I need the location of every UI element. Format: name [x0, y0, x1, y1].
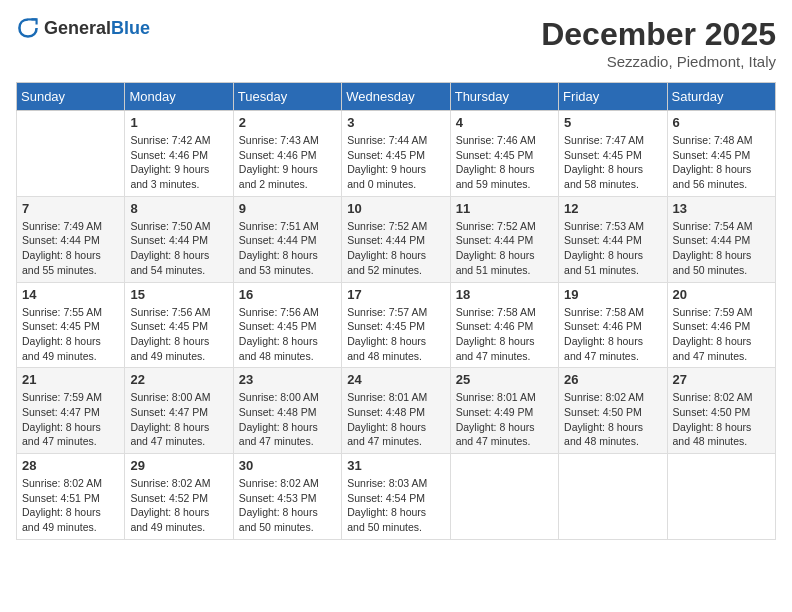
calendar-body: 1Sunrise: 7:42 AMSunset: 4:46 PMDaylight…: [17, 111, 776, 540]
calendar-cell: 27Sunrise: 8:02 AMSunset: 4:50 PMDayligh…: [667, 368, 775, 454]
calendar-cell: 23Sunrise: 8:00 AMSunset: 4:48 PMDayligh…: [233, 368, 341, 454]
calendar-week-row: 1Sunrise: 7:42 AMSunset: 4:46 PMDaylight…: [17, 111, 776, 197]
day-of-week-header: Friday: [559, 83, 667, 111]
day-number: 23: [239, 372, 336, 387]
calendar-cell: 4Sunrise: 7:46 AMSunset: 4:45 PMDaylight…: [450, 111, 558, 197]
day-number: 17: [347, 287, 444, 302]
logo-blue-text: Blue: [111, 18, 150, 38]
day-number: 6: [673, 115, 770, 130]
day-number: 13: [673, 201, 770, 216]
page-header: GeneralBlue December 2025 Sezzadio, Pied…: [16, 16, 776, 70]
title-block: December 2025 Sezzadio, Piedmont, Italy: [541, 16, 776, 70]
day-number: 5: [564, 115, 661, 130]
calendar-cell: 22Sunrise: 8:00 AMSunset: 4:47 PMDayligh…: [125, 368, 233, 454]
day-detail: Sunrise: 7:50 AMSunset: 4:44 PMDaylight:…: [130, 219, 227, 278]
calendar-cell: 26Sunrise: 8:02 AMSunset: 4:50 PMDayligh…: [559, 368, 667, 454]
logo-icon: [16, 16, 40, 40]
day-number: 15: [130, 287, 227, 302]
calendar-cell: 5Sunrise: 7:47 AMSunset: 4:45 PMDaylight…: [559, 111, 667, 197]
day-number: 24: [347, 372, 444, 387]
day-number: 8: [130, 201, 227, 216]
day-detail: Sunrise: 7:46 AMSunset: 4:45 PMDaylight:…: [456, 133, 553, 192]
day-detail: Sunrise: 7:52 AMSunset: 4:44 PMDaylight:…: [347, 219, 444, 278]
day-detail: Sunrise: 7:56 AMSunset: 4:45 PMDaylight:…: [130, 305, 227, 364]
calendar-cell: 2Sunrise: 7:43 AMSunset: 4:46 PMDaylight…: [233, 111, 341, 197]
calendar-cell: 25Sunrise: 8:01 AMSunset: 4:49 PMDayligh…: [450, 368, 558, 454]
day-of-week-header: Thursday: [450, 83, 558, 111]
calendar-table: SundayMondayTuesdayWednesdayThursdayFrid…: [16, 82, 776, 540]
calendar-cell: 30Sunrise: 8:02 AMSunset: 4:53 PMDayligh…: [233, 454, 341, 540]
day-number: 12: [564, 201, 661, 216]
day-detail: Sunrise: 7:52 AMSunset: 4:44 PMDaylight:…: [456, 219, 553, 278]
day-detail: Sunrise: 7:53 AMSunset: 4:44 PMDaylight:…: [564, 219, 661, 278]
location-text: Sezzadio, Piedmont, Italy: [541, 53, 776, 70]
day-detail: Sunrise: 8:02 AMSunset: 4:51 PMDaylight:…: [22, 476, 119, 535]
calendar-week-row: 28Sunrise: 8:02 AMSunset: 4:51 PMDayligh…: [17, 454, 776, 540]
day-detail: Sunrise: 7:59 AMSunset: 4:46 PMDaylight:…: [673, 305, 770, 364]
day-detail: Sunrise: 7:59 AMSunset: 4:47 PMDaylight:…: [22, 390, 119, 449]
day-of-week-header: Sunday: [17, 83, 125, 111]
calendar-cell: 6Sunrise: 7:48 AMSunset: 4:45 PMDaylight…: [667, 111, 775, 197]
calendar-cell: 15Sunrise: 7:56 AMSunset: 4:45 PMDayligh…: [125, 282, 233, 368]
day-number: 27: [673, 372, 770, 387]
calendar-cell: 8Sunrise: 7:50 AMSunset: 4:44 PMDaylight…: [125, 196, 233, 282]
calendar-week-row: 21Sunrise: 7:59 AMSunset: 4:47 PMDayligh…: [17, 368, 776, 454]
day-number: 31: [347, 458, 444, 473]
calendar-week-row: 14Sunrise: 7:55 AMSunset: 4:45 PMDayligh…: [17, 282, 776, 368]
day-number: 2: [239, 115, 336, 130]
day-detail: Sunrise: 7:48 AMSunset: 4:45 PMDaylight:…: [673, 133, 770, 192]
day-number: 7: [22, 201, 119, 216]
day-number: 14: [22, 287, 119, 302]
day-of-week-header: Saturday: [667, 83, 775, 111]
day-detail: Sunrise: 7:54 AMSunset: 4:44 PMDaylight:…: [673, 219, 770, 278]
day-number: 28: [22, 458, 119, 473]
calendar-cell: 20Sunrise: 7:59 AMSunset: 4:46 PMDayligh…: [667, 282, 775, 368]
day-detail: Sunrise: 7:58 AMSunset: 4:46 PMDaylight:…: [456, 305, 553, 364]
day-detail: Sunrise: 8:00 AMSunset: 4:48 PMDaylight:…: [239, 390, 336, 449]
day-detail: Sunrise: 8:00 AMSunset: 4:47 PMDaylight:…: [130, 390, 227, 449]
calendar-cell: 16Sunrise: 7:56 AMSunset: 4:45 PMDayligh…: [233, 282, 341, 368]
logo: GeneralBlue: [16, 16, 150, 40]
logo-general-text: General: [44, 18, 111, 38]
day-number: 19: [564, 287, 661, 302]
calendar-cell: 1Sunrise: 7:42 AMSunset: 4:46 PMDaylight…: [125, 111, 233, 197]
calendar-cell: 28Sunrise: 8:02 AMSunset: 4:51 PMDayligh…: [17, 454, 125, 540]
calendar-cell: 12Sunrise: 7:53 AMSunset: 4:44 PMDayligh…: [559, 196, 667, 282]
calendar-cell: 14Sunrise: 7:55 AMSunset: 4:45 PMDayligh…: [17, 282, 125, 368]
day-detail: Sunrise: 8:02 AMSunset: 4:52 PMDaylight:…: [130, 476, 227, 535]
day-of-week-header: Wednesday: [342, 83, 450, 111]
day-detail: Sunrise: 7:58 AMSunset: 4:46 PMDaylight:…: [564, 305, 661, 364]
day-detail: Sunrise: 7:57 AMSunset: 4:45 PMDaylight:…: [347, 305, 444, 364]
day-number: 21: [22, 372, 119, 387]
calendar-cell: 7Sunrise: 7:49 AMSunset: 4:44 PMDaylight…: [17, 196, 125, 282]
calendar-cell: 29Sunrise: 8:02 AMSunset: 4:52 PMDayligh…: [125, 454, 233, 540]
calendar-cell: [450, 454, 558, 540]
header-row: SundayMondayTuesdayWednesdayThursdayFrid…: [17, 83, 776, 111]
calendar-cell: 17Sunrise: 7:57 AMSunset: 4:45 PMDayligh…: [342, 282, 450, 368]
day-number: 30: [239, 458, 336, 473]
day-detail: Sunrise: 7:55 AMSunset: 4:45 PMDaylight:…: [22, 305, 119, 364]
day-detail: Sunrise: 8:01 AMSunset: 4:49 PMDaylight:…: [456, 390, 553, 449]
day-of-week-header: Tuesday: [233, 83, 341, 111]
day-detail: Sunrise: 8:02 AMSunset: 4:50 PMDaylight:…: [564, 390, 661, 449]
day-detail: Sunrise: 7:43 AMSunset: 4:46 PMDaylight:…: [239, 133, 336, 192]
day-number: 22: [130, 372, 227, 387]
day-detail: Sunrise: 7:42 AMSunset: 4:46 PMDaylight:…: [130, 133, 227, 192]
calendar-cell: 31Sunrise: 8:03 AMSunset: 4:54 PMDayligh…: [342, 454, 450, 540]
day-number: 9: [239, 201, 336, 216]
calendar-header: SundayMondayTuesdayWednesdayThursdayFrid…: [17, 83, 776, 111]
calendar-cell: 21Sunrise: 7:59 AMSunset: 4:47 PMDayligh…: [17, 368, 125, 454]
day-detail: Sunrise: 7:47 AMSunset: 4:45 PMDaylight:…: [564, 133, 661, 192]
day-number: 3: [347, 115, 444, 130]
day-number: 20: [673, 287, 770, 302]
calendar-cell: 10Sunrise: 7:52 AMSunset: 4:44 PMDayligh…: [342, 196, 450, 282]
day-detail: Sunrise: 8:02 AMSunset: 4:53 PMDaylight:…: [239, 476, 336, 535]
day-detail: Sunrise: 8:01 AMSunset: 4:48 PMDaylight:…: [347, 390, 444, 449]
calendar-cell: [559, 454, 667, 540]
calendar-cell: 11Sunrise: 7:52 AMSunset: 4:44 PMDayligh…: [450, 196, 558, 282]
day-number: 10: [347, 201, 444, 216]
day-number: 18: [456, 287, 553, 302]
day-detail: Sunrise: 8:02 AMSunset: 4:50 PMDaylight:…: [673, 390, 770, 449]
calendar-cell: 24Sunrise: 8:01 AMSunset: 4:48 PMDayligh…: [342, 368, 450, 454]
day-detail: Sunrise: 7:44 AMSunset: 4:45 PMDaylight:…: [347, 133, 444, 192]
